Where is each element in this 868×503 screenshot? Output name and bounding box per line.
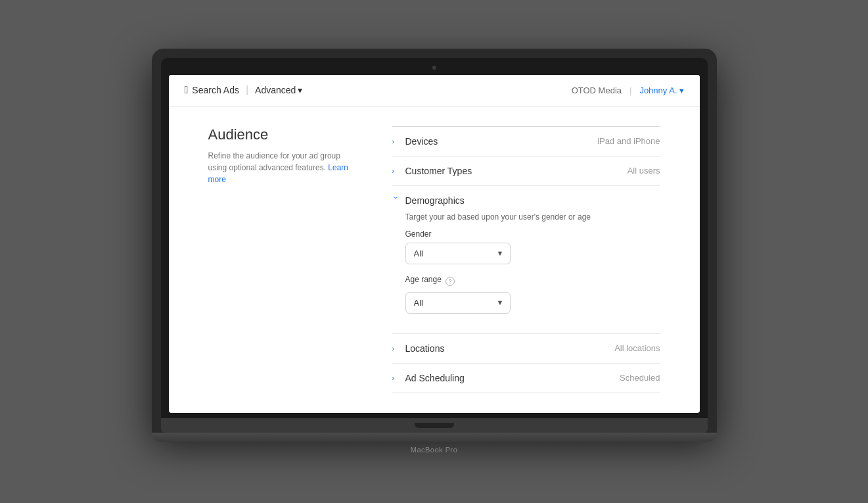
screen-bezel:  Search Ads | Advanced ▾ OTOD Media | J… [161,58,708,418]
devices-value: iPad and iPhone [597,136,660,146]
org-name: OTOD Media [572,85,622,95]
content-area: Audience Refine the audience for your ad… [169,107,700,413]
customer-types-section: › Customer Types All users [392,156,660,186]
locations-value: All locations [614,343,660,353]
devices-section: › Devices iPad and iPhone [392,127,660,156]
nav-left:  Search Ads | Advanced ▾ [185,84,303,96]
main-content: › Devices iPad and iPhone › [392,126,660,393]
search-ads-label: Search Ads [192,85,239,95]
devices-header[interactable]: › Devices iPad and iPhone [392,136,660,147]
demographics-section: › Demographics Target your ad based upon… [392,186,660,334]
ad-scheduling-header[interactable]: › Ad Scheduling Scheduled [392,373,660,383]
locations-header[interactable]: › Locations All locations [392,343,660,354]
sidebar: Audience Refine the audience for your ad… [208,126,353,393]
apple-logo-icon:  [185,84,189,96]
audience-description: Refine the audience for your ad group us… [208,150,353,185]
locations-title: Locations [405,343,445,354]
demographics-content: Target your ad based upon your user's ge… [392,212,660,324]
advanced-chevron-icon: ▾ [298,85,302,95]
age-range-select[interactable]: All 18-24 25-34 35-44 45-54 55-64 65+ [405,292,511,314]
user-name: Johnny A. [639,85,677,95]
nav-right: OTOD Media | Johnny A. ▾ [572,85,684,95]
ad-scheduling-title: Ad Scheduling [405,373,465,383]
demographics-chevron-icon: › [392,197,400,204]
nav-divider: | [246,84,248,96]
customer-types-chevron-icon: › [392,167,400,175]
user-chevron-icon: ▾ [679,85,684,95]
audience-title: Audience [208,126,353,143]
ad-scheduling-value: Scheduled [620,373,660,383]
gender-select-wrapper: All Male Female ▼ [405,243,511,264]
nav-bar:  Search Ads | Advanced ▾ OTOD Media | J… [169,75,700,107]
advanced-label: Advanced [255,85,296,95]
laptop-hinge [161,418,708,433]
laptop-base [152,433,717,442]
customer-types-title: Customer Types [405,166,472,176]
gender-label: Gender [405,229,660,239]
locations-chevron-icon: › [392,345,400,352]
laptop-notch [415,423,454,428]
screen:  Search Ads | Advanced ▾ OTOD Media | J… [169,75,700,413]
customer-types-header[interactable]: › Customer Types All users [392,166,660,176]
macbook-label: MacBook Pro [152,442,717,455]
laptop-outer:  Search Ads | Advanced ▾ OTOD Media | J… [152,49,717,433]
laptop-container:  Search Ads | Advanced ▾ OTOD Media | J… [152,49,717,455]
camera [432,66,436,70]
devices-chevron-icon: › [392,137,400,145]
nav-right-divider: | [629,85,631,95]
age-range-help-icon[interactable]: ? [445,277,455,286]
age-range-select-wrapper: All 18-24 25-34 35-44 45-54 55-64 65+ ▼ [405,292,511,314]
age-range-label-row: Age range ? [405,275,660,288]
age-range-label: Age range [405,275,442,284]
demographics-title: Demographics [405,195,465,206]
customer-types-value: All users [628,166,660,176]
demographics-header[interactable]: › Demographics [392,195,660,206]
advanced-menu[interactable]: Advanced ▾ [255,85,302,95]
demographics-description: Target your ad based upon your user's ge… [405,212,660,222]
ad-scheduling-chevron-icon: › [392,374,400,382]
user-menu[interactable]: Johnny A. ▾ [639,85,683,95]
gender-select[interactable]: All Male Female [405,243,511,264]
locations-section: › Locations All locations [392,334,660,364]
devices-title: Devices [405,136,438,147]
ad-scheduling-section: › Ad Scheduling Scheduled [392,364,660,393]
